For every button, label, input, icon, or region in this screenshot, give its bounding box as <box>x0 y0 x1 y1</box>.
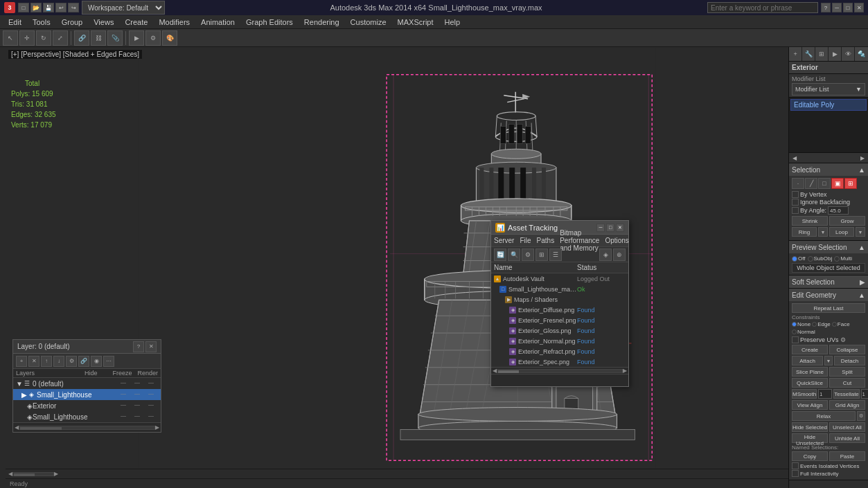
paste-btn[interactable]: Paste <box>829 451 865 461</box>
menu-customize[interactable]: Customize <box>345 17 392 28</box>
layer-hide-small-lh[interactable]: — <box>116 413 130 421</box>
grid-align-btn[interactable]: Grid Align <box>829 400 865 410</box>
layer-freeze-exterior[interactable]: — <box>130 401 144 410</box>
split-btn[interactable]: Split <box>829 367 865 377</box>
menu-create[interactable]: Create <box>119 17 153 28</box>
asset-row-gloss[interactable]: ◈ Exterior_Gloss.png Found <box>491 325 628 336</box>
cut-btn[interactable]: Cut <box>829 378 865 388</box>
repeat-last-btn[interactable]: Repeat Last <box>792 303 865 313</box>
asset-menu-server[interactable]: Server <box>494 237 514 244</box>
layer-delete-btn[interactable]: ✕ <box>28 356 39 367</box>
layer-move-btn[interactable]: ↑ <box>41 356 52 367</box>
collapse-right-icon[interactable]: ▶ <box>858 154 867 162</box>
preview-selection-header[interactable]: Preview Selection ▲ <box>789 241 868 253</box>
menu-maxscript[interactable]: MAXScript <box>392 17 439 28</box>
detach-btn[interactable]: Detach <box>834 356 865 365</box>
layer-settings-btn[interactable]: ⚙ <box>66 356 77 367</box>
selection-header[interactable]: Selection ▲ <box>789 163 868 176</box>
editable-poly-modifier[interactable]: Editable Poly <box>790 99 867 111</box>
layer-panel-close[interactable]: ✕ <box>145 341 157 352</box>
panel-tab-create[interactable]: + <box>789 47 802 61</box>
layer-render-small-lh[interactable]: — <box>144 413 158 421</box>
ignore-backfacing-checkbox[interactable] <box>792 199 799 206</box>
layer-freeze-default[interactable]: — <box>130 379 144 388</box>
help-btn[interactable]: ? <box>821 3 831 12</box>
collapse-btn[interactable]: Collapse <box>829 345 865 354</box>
layer-row-lighthouse[interactable]: ▶ ◈ Small_Lighthouse — — — <box>13 389 161 400</box>
msmooth-input[interactable] <box>818 389 832 399</box>
asset-filter-btn[interactable]: ⊞ <box>535 248 548 261</box>
h-scroll-right[interactable]: ▶ <box>54 471 58 477</box>
ring-arrow-btn[interactable]: ▼ <box>818 227 828 237</box>
quickslice-btn[interactable]: QuickSlice <box>792 378 828 388</box>
poly-mode-btn[interactable]: ▣ <box>831 178 844 189</box>
menu-modifiers[interactable]: Modifiers <box>153 17 195 28</box>
view-align-btn[interactable]: View Align <box>792 400 828 410</box>
layer-link-btn[interactable]: 🔗 <box>78 356 89 367</box>
tessellate-btn[interactable]: Tessellate <box>833 389 860 399</box>
asset-row-max[interactable]: □ Small_Lighthouse_max_vray.max Ok <box>491 284 628 294</box>
asset-row-spec[interactable]: ◈ Exterior_Spec.png Found <box>491 356 628 367</box>
minimize-btn[interactable]: ─ <box>832 3 842 12</box>
layer-panel-header[interactable]: Layer: 0 (default) ? ✕ <box>13 340 161 354</box>
none-radio[interactable] <box>792 322 797 327</box>
scroll-track[interactable] <box>19 426 155 430</box>
material-editor-btn[interactable]: 🎨 <box>162 30 177 46</box>
edge-mode-btn[interactable]: ╱ <box>805 178 817 189</box>
copy-btn[interactable]: Copy <box>792 451 828 461</box>
off-radio[interactable] <box>792 256 797 262</box>
asset-resolve-btn[interactable]: 🔍 <box>508 248 520 261</box>
asset-row-normal[interactable]: ◈ Exterior_Normal.png Found <box>491 336 628 346</box>
menu-rendering[interactable]: Rendering <box>299 17 345 28</box>
workspace-dropdown[interactable]: Workspace: Default <box>82 1 165 15</box>
link-tool[interactable]: 🔗 <box>74 30 89 46</box>
layer-scrollbar[interactable]: ◀ ▶ <box>13 422 161 432</box>
by-angle-checkbox[interactable] <box>792 207 799 214</box>
bottom-scrollbar[interactable]: ◀ ▶ <box>6 469 788 478</box>
maximize-btn[interactable]: □ <box>843 3 853 12</box>
layer-hide-exterior[interactable]: — <box>116 401 130 410</box>
unlink-tool[interactable]: ⛓ <box>91 30 106 46</box>
h-scroll-track[interactable] <box>12 472 54 476</box>
asset-menu-paths[interactable]: Paths <box>537 237 555 244</box>
asset-menu-file[interactable]: File <box>520 237 531 244</box>
layer-freeze-lighthouse[interactable]: — <box>130 390 144 399</box>
undo-btn[interactable]: ↩ <box>55 3 67 12</box>
panel-tab-display[interactable]: 👁 <box>842 47 855 61</box>
loop-btn[interactable]: Loop <box>829 227 854 237</box>
relax-settings-btn[interactable]: ⚙ <box>857 411 865 421</box>
subobj-radio[interactable] <box>808 256 813 262</box>
panel-tab-utilities[interactable]: 🔩 <box>855 47 868 61</box>
loop-arrow-btn[interactable]: ▼ <box>856 227 865 237</box>
layer-freeze-small-lh[interactable]: — <box>130 413 144 421</box>
layer-highlight-btn[interactable]: ◉ <box>91 356 102 367</box>
angle-input[interactable] <box>828 206 849 215</box>
save-btn[interactable]: 💾 <box>43 3 54 12</box>
grow-btn[interactable]: Grow <box>829 216 865 226</box>
create-btn[interactable]: Create <box>792 345 828 354</box>
menu-graph-editors[interactable]: Graph Editors <box>240 17 299 28</box>
layer-row-small-lh[interactable]: ◈ Small_Lighthouse — — — <box>13 411 161 422</box>
scale-tool[interactable]: ⤢ <box>53 30 68 46</box>
asset-close-btn[interactable]: ✕ <box>616 224 624 232</box>
asset-extra-btn1[interactable]: ◈ <box>599 248 612 261</box>
asset-scroll-right[interactable]: ▶ <box>623 368 627 374</box>
by-vertex-checkbox[interactable] <box>792 191 799 198</box>
asset-scroll-track[interactable] <box>497 369 623 373</box>
asset-menu-bitmap[interactable]: Bitmap Performance and Memory <box>560 229 599 252</box>
panel-tab-modify[interactable]: 🔧 <box>802 47 815 61</box>
multi-radio[interactable] <box>834 256 840 262</box>
layer-hide-lighthouse[interactable]: — <box>116 390 130 399</box>
menu-animation[interactable]: Animation <box>195 17 240 28</box>
layer-extra-btn[interactable]: ⋯ <box>103 356 114 367</box>
preserve-uvs-checkbox[interactable] <box>792 336 799 343</box>
attach-btn[interactable]: Attach <box>792 356 823 365</box>
asset-extra-btn2[interactable]: ⊕ <box>613 248 626 261</box>
unhide-all-btn[interactable]: Unhide All <box>829 433 865 443</box>
asset-list-btn[interactable]: ☰ <box>549 248 562 261</box>
close-btn[interactable]: ✕ <box>854 3 864 12</box>
asset-row-refract[interactable]: ◈ Exterior_Refract.png Found <box>491 346 628 356</box>
asset-row-maps[interactable]: ▶ Maps / Shaders <box>491 294 628 305</box>
asset-settings-btn[interactable]: ⚙ <box>522 248 534 261</box>
asset-row-diffuse[interactable]: ◈ Exterior_Diffuse.png Found <box>491 305 628 315</box>
